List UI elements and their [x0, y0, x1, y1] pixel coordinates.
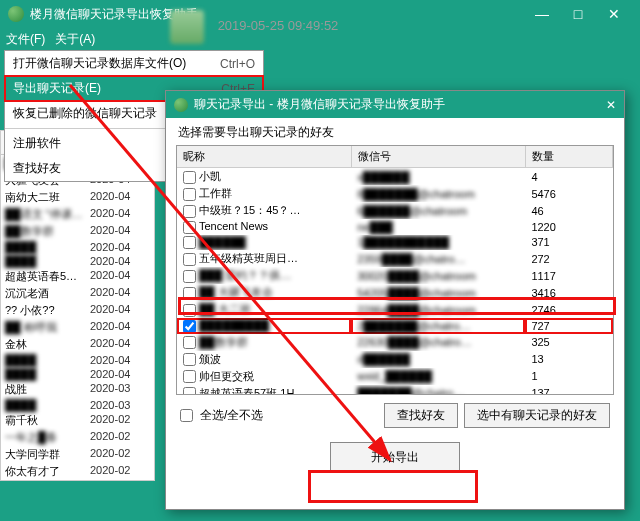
table-row[interactable]: Tencent Newsne███1220	[177, 219, 613, 235]
start-export-button[interactable]: 开始导出	[330, 442, 460, 473]
list-item[interactable]: 霸千秋2020-02	[1, 412, 154, 429]
dialog-close-button[interactable]: ✕	[606, 98, 616, 112]
row-checkbox[interactable]	[183, 320, 196, 333]
table-row[interactable]: █████████2███████@chatro…727	[177, 318, 613, 334]
menu-item-accel: Ctrl+O	[220, 57, 255, 71]
list-item[interactable]: 你太有才了2020-02	[1, 463, 154, 480]
list-item[interactable]: 大学同学群2020-02	[1, 446, 154, 463]
table-row[interactable]: ██数学群22630████@chatro…325	[177, 334, 613, 351]
list-item[interactable]: 超越英语春5…2020-04	[1, 268, 154, 285]
table-row[interactable]: 五年级精英班周日…2359████@chatro…272	[177, 250, 613, 267]
list-item[interactable]: ████2020-03	[1, 398, 154, 412]
friend-list-panel: 好友 最近聊天 ██ 蛋钓?…2020-大疆飞友会2020-04南幼大二班202…	[0, 130, 155, 481]
select-all-box[interactable]	[180, 409, 193, 422]
col-header-wxid[interactable]: 微信号	[351, 146, 525, 168]
menu-about[interactable]: 关于(A)	[55, 31, 95, 48]
list-item[interactable]: 南幼大二班2020-04	[1, 189, 154, 206]
list-item[interactable]: ████2020-04	[1, 353, 154, 367]
avatar-icon	[170, 10, 204, 44]
list-item[interactable]: ██语文 "停课…2020-04	[1, 206, 154, 223]
table-row[interactable]: 中级班？15：45？…6██████@chatroom46	[177, 202, 613, 219]
menu-item-label: 打开微信聊天记录数据库文件(O)	[13, 55, 220, 72]
table-row[interactable]: 超越英语春57班 1H…███████@chatro…137	[177, 385, 613, 395]
row-checkbox[interactable]	[183, 353, 196, 366]
dialog-logo-icon	[174, 98, 188, 112]
select-all-label: 全选/全不选	[200, 407, 263, 424]
list-item[interactable]: ████2020-04	[1, 240, 154, 254]
table-row[interactable]: ██ 大疆飞友会54205████@chatroom3416	[177, 284, 613, 301]
row-checkbox[interactable]	[183, 304, 196, 317]
list-item[interactable]: 沉沉老酒2020-04	[1, 285, 154, 302]
row-checkbox[interactable]	[183, 336, 196, 349]
dialog-subtitle: 选择需要导出聊天记录的好友	[166, 118, 624, 143]
col-header-count[interactable]: 数量	[525, 146, 612, 168]
dialog-title: 聊天记录导出 - 楼月微信聊天记录导出恢复助手	[194, 96, 606, 113]
app-logo-icon	[8, 6, 24, 22]
row-checkbox[interactable]	[183, 205, 196, 218]
table-row[interactable]: 工作群8███████@chatroom5476	[177, 185, 613, 202]
row-checkbox[interactable]	[183, 370, 196, 383]
export-dialog: 聊天记录导出 - 楼月微信聊天记录导出恢复助手 ✕ 选择需要导出聊天记录的好友 …	[165, 90, 625, 510]
row-checkbox[interactable]	[183, 253, 196, 266]
list-item[interactable]: ████2020-04	[1, 254, 154, 268]
list-item[interactable]: ██数学群2020-04	[1, 223, 154, 240]
list-item[interactable]: 战胜2020-03	[1, 381, 154, 398]
message-timestamp: 2019-05-25 09:49:52	[218, 18, 339, 33]
table-row[interactable]: 颁波d██████13	[177, 351, 613, 368]
row-checkbox[interactable]	[183, 236, 196, 249]
row-checkbox[interactable]	[183, 188, 196, 201]
find-friend-button[interactable]: 查找好友	[384, 403, 458, 428]
list-item[interactable]: 一年之█春2020-02	[1, 429, 154, 446]
table-row[interactable]: ██████1███████████371	[177, 235, 613, 251]
row-checkbox[interactable]	[183, 221, 196, 234]
row-checkbox[interactable]	[183, 171, 196, 184]
list-item[interactable]: ██ 称呼我2020-04	[1, 319, 154, 336]
table-row[interactable]: ██ 大二班22864████@chatroom2746	[177, 301, 613, 318]
list-item[interactable]: 金林2020-04	[1, 336, 154, 353]
table-row[interactable]: ███ 蛋钓？？俱…30020████@chatroom1117	[177, 267, 613, 284]
list-item[interactable]: ████2020-04	[1, 367, 154, 381]
menu-file[interactable]: 文件(F)	[6, 31, 45, 48]
select-all-checkbox[interactable]: 全选/全不选	[180, 407, 263, 424]
menu-item-open-db[interactable]: 打开微信聊天记录数据库文件(O) Ctrl+O	[5, 51, 263, 76]
row-checkbox[interactable]	[183, 287, 196, 300]
table-row[interactable]: 小凯x██████4	[177, 168, 613, 186]
list-item[interactable]: ?? 小依??2020-04	[1, 302, 154, 319]
col-header-nickname[interactable]: 昵称	[177, 146, 351, 168]
row-checkbox[interactable]	[183, 270, 196, 283]
row-checkbox[interactable]	[183, 387, 196, 395]
table-row[interactable]: 帅但更交税wxid_██████1	[177, 368, 613, 385]
friend-table[interactable]: 昵称 微信号 数量 小凯x██████4工作群8███████@chatroom…	[176, 145, 614, 395]
select-with-msgs-button[interactable]: 选中有聊天记录的好友	[464, 403, 610, 428]
